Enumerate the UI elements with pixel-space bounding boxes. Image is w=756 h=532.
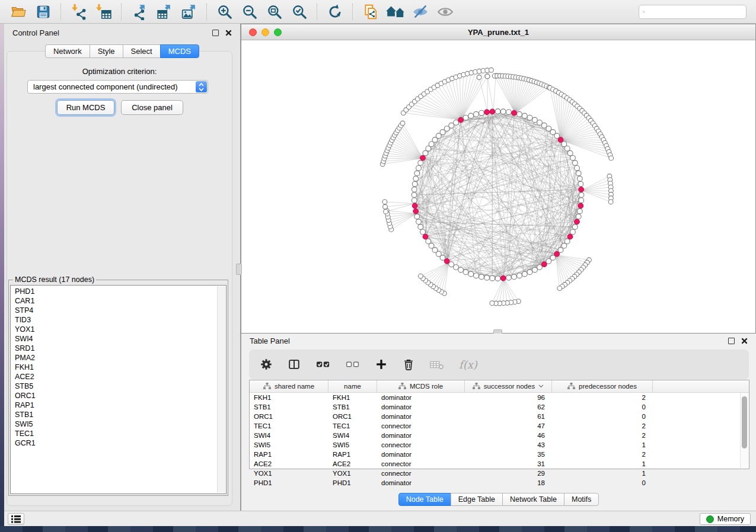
- mcds-result-item[interactable]: SWI4: [11, 334, 226, 344]
- graph-node[interactable]: [423, 150, 428, 156]
- column-layout-icon[interactable]: [287, 358, 301, 371]
- graph-node[interactable]: [579, 193, 584, 198]
- graph-node[interactable]: [474, 111, 479, 117]
- refresh-button[interactable]: [325, 2, 345, 21]
- graph-node[interactable]: [440, 130, 445, 135]
- graph-node[interactable]: [412, 181, 417, 187]
- zoom-selected-button[interactable]: [289, 2, 310, 21]
- mcds-result-item[interactable]: RAP1: [11, 400, 226, 410]
- mcds-result-item[interactable]: SRD1: [11, 344, 226, 353]
- graph-node[interactable]: [576, 171, 581, 176]
- graph-node[interactable]: [449, 262, 454, 267]
- mcds-result-item[interactable]: YOX1: [11, 325, 226, 334]
- first-neighbors-button[interactable]: [385, 2, 406, 21]
- column-header-name[interactable]: name: [328, 380, 377, 392]
- column-header-successor-nodes[interactable]: successor nodes: [465, 380, 552, 392]
- graph-node[interactable]: [576, 214, 581, 219]
- graph-node[interactable]: [416, 165, 422, 171]
- graph-leaf-node[interactable]: [609, 156, 614, 161]
- mcds-result-list[interactable]: PHD1CAR1STP4TID3YOX1SWI4SRD1PMA2FKH1ACE2…: [10, 285, 227, 494]
- graph-node[interactable]: [546, 259, 551, 264]
- graph-node[interactable]: [532, 117, 538, 123]
- close-table-panel-icon[interactable]: [741, 338, 748, 344]
- table-row[interactable]: RAP1RAP1dominator352: [250, 450, 749, 459]
- graph-node[interactable]: [420, 229, 426, 235]
- open-session-button[interactable]: [8, 2, 28, 21]
- graph-node[interactable]: [495, 276, 500, 281]
- column-header-predecessor-nodes[interactable]: predecessor nodes: [552, 380, 653, 392]
- graph-mcds-node[interactable]: [512, 110, 517, 116]
- graph-leaf-node[interactable]: [384, 209, 388, 214]
- graph-leaf-node[interactable]: [419, 274, 423, 278]
- table-tab-motifs[interactable]: Motifs: [564, 493, 599, 506]
- table-tab-network-table[interactable]: Network Table: [502, 493, 564, 506]
- export-network-button[interactable]: [129, 2, 149, 21]
- graph-node[interactable]: [418, 225, 423, 230]
- mcds-result-item[interactable]: GCR1: [11, 438, 226, 448]
- mcds-result-item[interactable]: TID3: [11, 315, 226, 325]
- table-tab-edge-table[interactable]: Edge Table: [451, 493, 503, 506]
- hide-selected-button[interactable]: [410, 2, 430, 21]
- graph-mcds-node[interactable]: [444, 259, 449, 264]
- graph-mcds-node[interactable]: [423, 234, 428, 239]
- graph-node[interactable]: [412, 187, 417, 192]
- mcds-result-item[interactable]: FKH1: [11, 363, 226, 372]
- graph-node[interactable]: [458, 267, 464, 273]
- graph-mcds-node[interactable]: [500, 275, 506, 281]
- graph-node[interactable]: [484, 275, 490, 280]
- graph-node[interactable]: [570, 155, 576, 161]
- graph-node[interactable]: [527, 270, 532, 275]
- graph-leaf-node[interactable]: [489, 68, 494, 72]
- table-row[interactable]: FKH1FKH1dominator962: [250, 393, 749, 402]
- graph-leaf-node[interactable]: [383, 204, 388, 209]
- graph-node[interactable]: [412, 193, 417, 198]
- graph-node[interactable]: [416, 219, 422, 225]
- import-network-button[interactable]: [69, 2, 89, 21]
- table-row[interactable]: SWI4SWI4dominator462: [250, 431, 749, 440]
- mcds-result-item[interactable]: TEC1: [11, 429, 226, 438]
- mcds-result-item[interactable]: ACE2: [11, 372, 226, 382]
- graph-node[interactable]: [517, 111, 522, 117]
- tab-mcds[interactable]: MCDS: [160, 44, 199, 58]
- graph-mcds-node[interactable]: [554, 251, 560, 257]
- graph-node[interactable]: [429, 142, 434, 147]
- show-all-button[interactable]: [435, 2, 455, 21]
- graph-node[interactable]: [506, 110, 512, 115]
- table-row[interactable]: ORC1ORC1dominator610: [250, 412, 749, 421]
- tab-network[interactable]: Network: [45, 44, 90, 58]
- graph-node[interactable]: [454, 120, 459, 126]
- column-header-shared-name[interactable]: shared name: [250, 380, 328, 392]
- graph-node[interactable]: [578, 181, 583, 187]
- graph-leaf-node[interactable]: [382, 200, 387, 204]
- graph-node[interactable]: [522, 271, 527, 277]
- graph-node[interactable]: [412, 198, 417, 203]
- graph-node[interactable]: [562, 243, 567, 248]
- table-row[interactable]: ACE2ACE2connector311: [250, 459, 749, 469]
- float-table-panel-icon[interactable]: [728, 338, 735, 344]
- graph-mcds-node[interactable]: [458, 117, 464, 123]
- export-image-button[interactable]: [179, 2, 199, 21]
- run-mcds-button[interactable]: Run MCDS: [57, 100, 114, 115]
- mcds-result-item[interactable]: STP4: [11, 306, 226, 315]
- close-panel-button[interactable]: Close panel: [121, 100, 183, 115]
- graph-node[interactable]: [432, 248, 438, 253]
- graph-node[interactable]: [463, 115, 468, 120]
- criterion-dropdown[interactable]: largest connected component (undirected): [27, 80, 208, 94]
- graph-mcds-node[interactable]: [575, 219, 580, 225]
- table-row[interactable]: STB1STB1dominator620: [250, 402, 749, 412]
- task-history-button[interactable]: [8, 513, 24, 525]
- mcds-result-item[interactable]: PMA2: [11, 353, 226, 363]
- graph-leaf-node[interactable]: [608, 200, 613, 204]
- graph-mcds-node[interactable]: [558, 137, 563, 143]
- delete-column-icon[interactable]: [402, 358, 415, 371]
- table-row[interactable]: SWI5SWI5connector431: [250, 440, 749, 450]
- graph-node[interactable]: [517, 273, 522, 278]
- graph-node[interactable]: [564, 146, 570, 151]
- graph-mcds-node[interactable]: [567, 234, 573, 239]
- close-panel-icon[interactable]: [225, 30, 232, 36]
- graph-node[interactable]: [506, 275, 512, 280]
- graph-node[interactable]: [495, 109, 500, 114]
- graph-node[interactable]: [479, 110, 484, 116]
- graph-node[interactable]: [500, 109, 506, 114]
- graph-node[interactable]: [468, 113, 474, 118]
